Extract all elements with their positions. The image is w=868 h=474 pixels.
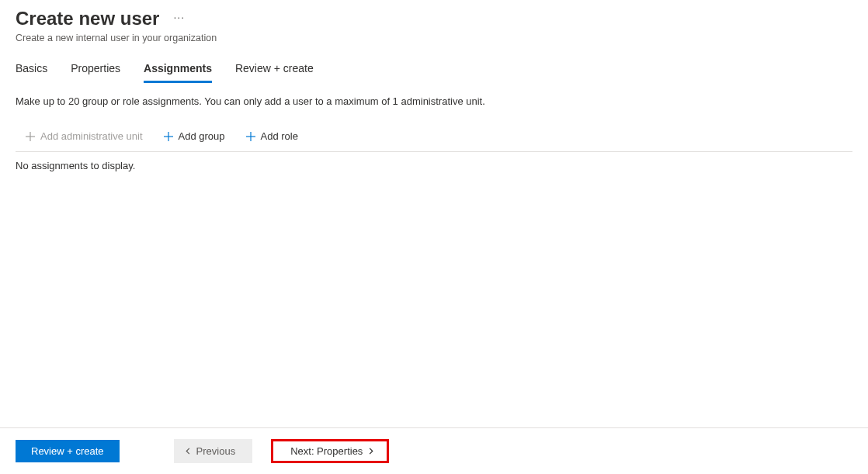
tab-basics[interactable]: Basics xyxy=(16,62,47,83)
add-group-label: Add group xyxy=(179,130,225,142)
tabs-bar: Basics Properties Assignments Review + c… xyxy=(0,43,868,83)
more-icon[interactable]: ··· xyxy=(173,12,185,26)
info-text: Make up to 20 group or role assignments.… xyxy=(16,95,852,107)
action-bar: Add administrative unit Add group Add ro… xyxy=(16,126,852,152)
footer-bar: Review + create Previous Next: Propertie… xyxy=(0,427,868,474)
add-administrative-unit-button: Add administrative unit xyxy=(22,129,146,144)
tab-assignments[interactable]: Assignments xyxy=(144,62,212,83)
next-label: Next: Properties xyxy=(290,445,363,457)
empty-state-text: No assignments to display. xyxy=(16,152,852,171)
plus-icon xyxy=(163,131,174,142)
page-title: Create new user xyxy=(16,8,159,29)
add-group-button[interactable]: Add group xyxy=(160,129,228,144)
tab-review-create[interactable]: Review + create xyxy=(235,62,314,83)
previous-button[interactable]: Previous xyxy=(174,439,253,463)
plus-icon xyxy=(25,131,36,142)
add-administrative-unit-label: Add administrative unit xyxy=(40,130,143,142)
add-role-label: Add role xyxy=(261,130,298,142)
review-create-button[interactable]: Review + create xyxy=(16,440,120,462)
page-subtitle: Create a new internal user in your organ… xyxy=(16,33,852,43)
previous-label: Previous xyxy=(196,445,236,457)
tab-properties[interactable]: Properties xyxy=(71,62,120,83)
plus-icon xyxy=(245,131,256,142)
add-role-button[interactable]: Add role xyxy=(242,129,301,144)
next-properties-button[interactable]: Next: Properties xyxy=(271,439,389,463)
chevron-left-icon xyxy=(185,448,192,455)
chevron-right-icon xyxy=(367,448,374,455)
